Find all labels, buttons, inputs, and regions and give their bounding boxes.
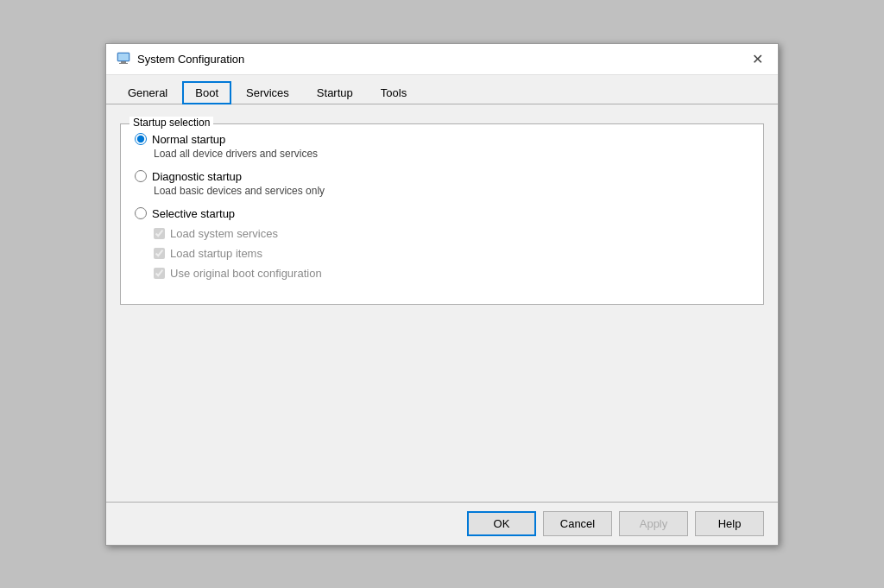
tab-tools[interactable]: Tools [368,81,420,104]
content-area: Startup selection Normal startup Load al… [106,104,778,502]
close-button[interactable]: ✕ [747,48,767,69]
dialog-title: System Configuration [137,53,244,66]
tab-services[interactable]: Services [233,81,302,104]
normal-startup-radio[interactable] [135,133,147,145]
use-original-boot-row: Use original boot configuration [154,267,749,280]
load-startup-items-label: Load startup items [170,247,262,260]
svg-rect-1 [118,54,129,60]
tab-startup[interactable]: Startup [304,81,366,104]
ok-button[interactable]: OK [467,511,536,536]
selective-options: Load system services Load startup items … [154,227,749,280]
system-configuration-dialog: System Configuration ✕ General Boot Serv… [105,43,779,546]
apply-button[interactable]: Apply [619,511,688,536]
svg-rect-3 [119,63,128,64]
diagnostic-startup-sub: Load basic devices and services only [154,185,749,197]
use-original-boot-label: Use original boot configuration [170,267,322,280]
computer-icon [117,52,130,66]
tab-bar: General Boot Services Startup Tools [106,75,778,104]
use-original-boot-checkbox[interactable] [154,268,165,279]
diagnostic-startup-radio[interactable] [135,170,147,182]
selective-startup-radio[interactable] [135,207,147,219]
help-button[interactable]: Help [695,511,764,536]
title-bar-left: System Configuration [117,52,244,66]
diagnostic-startup-label[interactable]: Diagnostic startup [152,170,242,183]
svg-rect-2 [121,61,126,63]
group-label: Startup selection [129,117,213,129]
normal-startup-label[interactable]: Normal startup [152,133,225,146]
load-startup-items-row: Load startup items [154,247,749,260]
footer: OK Cancel Apply Help [106,502,778,545]
title-bar: System Configuration ✕ [106,44,778,75]
selective-startup-label[interactable]: Selective startup [152,207,235,220]
load-system-services-label: Load system services [170,227,278,240]
normal-startup-option: Normal startup Load all device drivers a… [135,133,749,160]
normal-startup-sub: Load all device drivers and services [154,148,749,160]
selective-startup-option: Selective startup Load system services L… [135,207,749,280]
load-system-services-row: Load system services [154,227,749,240]
tab-boot[interactable]: Boot [182,81,231,104]
load-system-services-checkbox[interactable] [154,228,165,239]
diagnostic-startup-option: Diagnostic startup Load basic devices an… [135,170,749,197]
cancel-button[interactable]: Cancel [543,511,612,536]
load-startup-items-checkbox[interactable] [154,248,165,259]
tab-general[interactable]: General [115,81,180,104]
startup-selection-group: Startup selection Normal startup Load al… [120,123,764,305]
